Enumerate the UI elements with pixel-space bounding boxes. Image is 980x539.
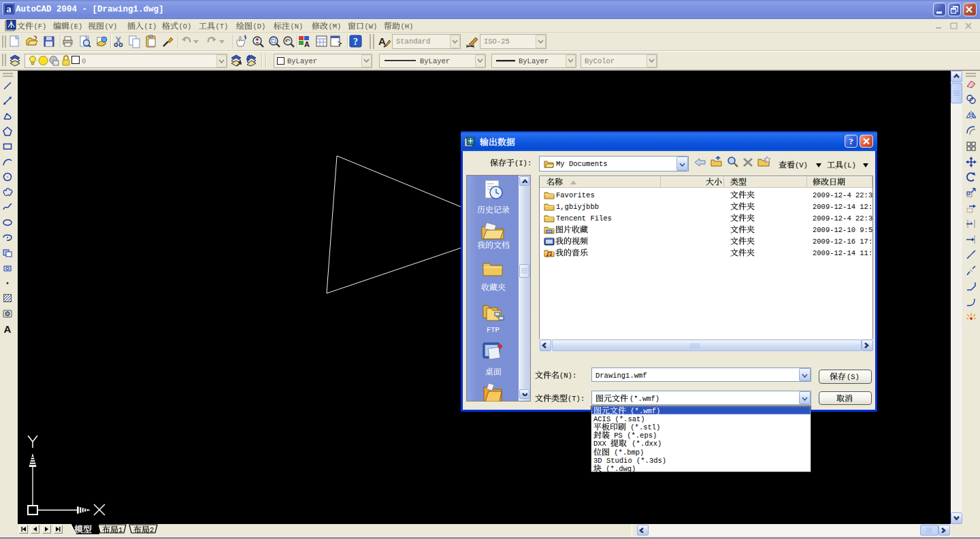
svg-text:A: A (304, 40, 310, 48)
svg-text:a: a (7, 4, 12, 14)
svg-text:A: A (4, 323, 12, 334)
svg-text:?: ? (849, 136, 853, 146)
svg-text:?: ? (353, 37, 358, 47)
svg-text:A: A (378, 35, 386, 47)
